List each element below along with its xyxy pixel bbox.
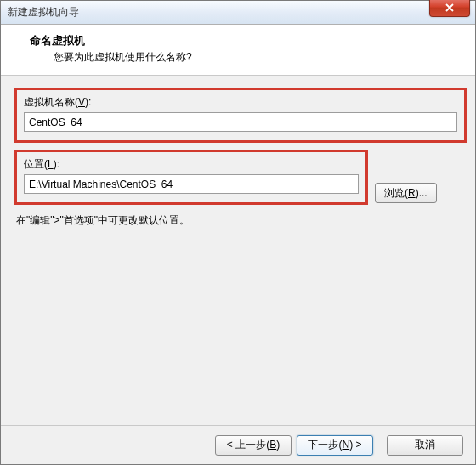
vm-location-group: 位置(L): [14, 150, 368, 205]
browse-button[interactable]: 浏览(R)... [375, 183, 437, 203]
wizard-content: 虚拟机名称(V): 位置(L): 浏览(R)... 在"编辑">"首选项"中可更… [1, 76, 475, 433]
vm-name-group: 虚拟机名称(V): [14, 88, 467, 143]
page-subtitle: 您要为此虚拟机使用什么名称? [54, 50, 460, 65]
vm-name-label: 虚拟机名称(V): [24, 95, 457, 110]
page-title: 命名虚拟机 [30, 33, 460, 48]
close-icon [445, 3, 454, 12]
vm-location-input[interactable] [24, 174, 359, 194]
titlebar: 新建虚拟机向导 [1, 1, 475, 25]
highlight-name: 虚拟机名称(V): [14, 88, 467, 143]
wizard-footer: < 上一步(B) 下一步(N) > 取消 [1, 425, 475, 464]
location-hint: 在"编辑">"首选项"中可更改默认位置。 [16, 213, 467, 228]
cancel-button[interactable]: 取消 [387, 435, 463, 456]
vm-location-row: 位置(L): 浏览(R)... [14, 150, 467, 212]
window-title: 新建虚拟机向导 [8, 5, 79, 20]
vm-location-label: 位置(L): [24, 157, 359, 172]
wizard-header: 命名虚拟机 您要为此虚拟机使用什么名称? [1, 25, 475, 76]
back-button[interactable]: < 上一步(B) [215, 435, 292, 456]
next-button[interactable]: 下一步(N) > [297, 435, 373, 456]
wizard-window: 新建虚拟机向导 命名虚拟机 您要为此虚拟机使用什么名称? 虚拟机名称(V): [0, 0, 476, 465]
highlight-location: 位置(L): [14, 150, 368, 205]
vm-name-input[interactable] [24, 112, 457, 132]
close-button[interactable] [429, 0, 470, 17]
